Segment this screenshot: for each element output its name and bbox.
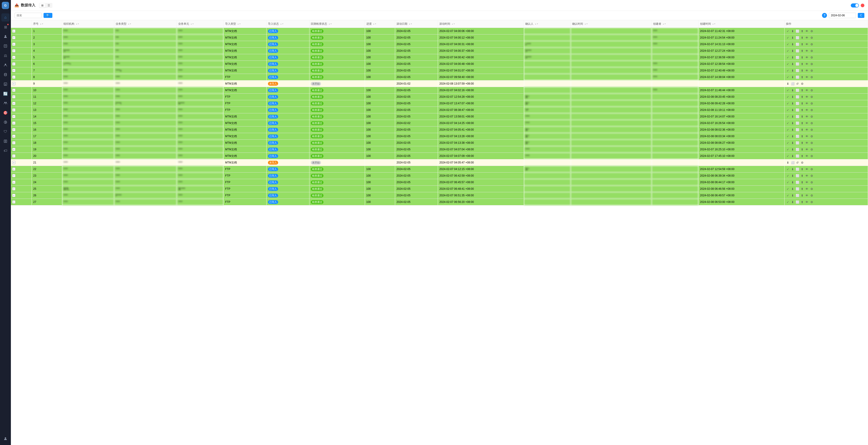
sidebar-item-report[interactable] <box>1 80 9 88</box>
settings-action[interactable]: ⚙ <box>810 75 814 79</box>
copy-action[interactable]: ⬜ <box>796 180 800 184</box>
download-action[interactable]: ⬇ <box>786 82 790 86</box>
check-action[interactable]: ✓ <box>786 101 790 105</box>
check-action[interactable]: ✓ <box>786 134 790 138</box>
check-action[interactable]: ✓ <box>786 55 790 59</box>
view-action[interactable]: 👁 <box>805 180 809 184</box>
upload-action[interactable]: ⬆ <box>800 141 804 145</box>
copy-action[interactable]: ⬜ <box>796 68 800 72</box>
col-import-type[interactable]: 导入类型 ▲▼ <box>224 20 267 28</box>
copy-action[interactable]: ⬜ <box>796 154 800 158</box>
upload-action[interactable]: ⬆ <box>800 200 804 204</box>
settings-action[interactable]: ⚙ <box>810 68 814 72</box>
settings-action[interactable]: ⚙ <box>800 82 804 86</box>
view-action[interactable]: 👁 <box>805 49 809 53</box>
refresh-action[interactable]: ↺ <box>796 82 800 86</box>
view-action[interactable]: 👁 <box>805 95 809 99</box>
expand-btn[interactable]: + <box>12 161 16 164</box>
download-action[interactable]: ⬇ <box>791 55 795 59</box>
expand-btn[interactable]: + <box>12 43 16 46</box>
sidebar-item-team[interactable] <box>1 99 9 107</box>
settings-action[interactable]: ⚙ <box>810 187 814 191</box>
settings-action[interactable]: ⚙ <box>810 200 814 204</box>
settings-action[interactable]: ⚙ <box>810 141 814 145</box>
expand-btn[interactable]: + <box>12 95 16 98</box>
copy-action[interactable]: ⬜ <box>796 167 800 171</box>
settings-action[interactable]: ⚙ <box>810 115 814 119</box>
download-action[interactable]: ⬇ <box>791 193 795 197</box>
upload-action[interactable]: ⬆ <box>800 128 804 132</box>
sidebar-item-scale[interactable]: ⚖ <box>1 52 9 60</box>
download-action[interactable]: ⬇ <box>786 160 790 165</box>
sidebar-item-tag[interactable]: 🏷 <box>1 147 9 155</box>
expand-btn[interactable]: + <box>12 154 16 158</box>
download-action[interactable]: ⬇ <box>791 134 795 138</box>
settings-action[interactable]: ⚙ <box>810 101 814 105</box>
upload-action[interactable]: ⬆ <box>800 42 804 46</box>
check-action[interactable]: ✓ <box>786 154 790 158</box>
copy-action[interactable]: ⬜ <box>796 36 800 40</box>
download-action[interactable]: ⬇ <box>791 42 795 46</box>
check-action[interactable]: ✓ <box>786 121 790 125</box>
toggle-switch[interactable] <box>851 3 859 7</box>
upload-action[interactable]: ⬆ <box>800 154 804 158</box>
refresh-button[interactable]: C <box>858 13 864 18</box>
copy-action[interactable]: ⬜ <box>796 55 800 59</box>
check-action[interactable]: ✓ <box>786 115 790 119</box>
copy-action[interactable]: ⬜ <box>796 115 800 119</box>
copy-action[interactable]: ⬜ <box>796 95 800 99</box>
upload-action[interactable]: ⬆ <box>800 29 804 33</box>
col-biz-type[interactable]: 业务类型 ▲▼ <box>114 20 177 28</box>
sidebar-item-shield[interactable]: 🛡 <box>1 128 9 136</box>
copy-action[interactable]: ⬜ <box>791 82 795 86</box>
copy-action[interactable]: ⬜ <box>796 29 800 33</box>
settings-action[interactable]: ⚙ <box>810 180 814 184</box>
col-scroll-date[interactable]: 滚动日期 ▲▼ <box>395 20 438 28</box>
check-action[interactable]: ✓ <box>786 68 790 72</box>
refresh-action[interactable]: ↺ <box>796 160 800 165</box>
view-action[interactable]: 👁 <box>805 200 809 204</box>
copy-action[interactable]: ⬜ <box>796 42 800 46</box>
view-action[interactable]: 👁 <box>805 108 809 112</box>
settings-action[interactable]: ⚙ <box>810 95 814 99</box>
view-action[interactable]: 👁 <box>805 88 809 92</box>
settings-action[interactable]: ⚙ <box>810 108 814 112</box>
download-action[interactable]: ⬇ <box>791 187 795 191</box>
sidebar-item-flow[interactable]: 🔄 <box>1 90 9 98</box>
upload-action[interactable]: ⬆ <box>800 49 804 53</box>
sidebar-item-database[interactable] <box>1 70 9 79</box>
upload-action[interactable]: ⬆ <box>800 115 804 119</box>
sidebar-item-target[interactable]: 🎯 <box>1 108 9 117</box>
settings-action[interactable]: ⚙ <box>810 29 814 33</box>
col-check-status[interactable]: 回测检查状态 ▲▼ <box>309 20 365 28</box>
settings-action[interactable]: ⚙ <box>810 193 814 197</box>
view-action[interactable]: 👁 <box>805 187 809 191</box>
upload-action[interactable]: ⬆ <box>800 75 804 79</box>
copy-action[interactable]: ⬜ <box>796 62 800 66</box>
download-action[interactable]: ⬇ <box>791 121 795 125</box>
copy-action[interactable]: ⬜ <box>796 88 800 92</box>
copy-action[interactable]: ⬜ <box>796 75 800 79</box>
download-action[interactable]: ⬇ <box>791 95 795 99</box>
download-action[interactable]: ⬇ <box>791 154 795 158</box>
settings-action[interactable]: ⚙ <box>810 62 814 66</box>
help-button[interactable]: ? <box>822 13 827 18</box>
copy-action[interactable]: ⬜ <box>796 108 800 112</box>
view-action[interactable]: 👁 <box>805 141 809 145</box>
download-action[interactable]: ⬇ <box>791 49 795 53</box>
view-action[interactable]: 👁 <box>805 128 809 132</box>
settings-action[interactable]: ⚙ <box>810 121 814 125</box>
download-action[interactable]: ⬇ <box>791 128 795 132</box>
expand-btn[interactable]: + <box>12 102 16 105</box>
settings-action[interactable]: ⚙ <box>810 173 814 178</box>
upload-action[interactable]: ⬆ <box>800 167 804 171</box>
check-action[interactable]: ✓ <box>786 200 790 204</box>
download-action[interactable]: ⬇ <box>791 88 795 92</box>
upload-action[interactable]: ⬆ <box>800 95 804 99</box>
settings-action[interactable]: ⚙ <box>810 128 814 132</box>
view-action[interactable]: 👁 <box>805 36 809 40</box>
search-button[interactable]: 🔍 <box>43 13 52 18</box>
download-action[interactable]: ⬇ <box>791 75 795 79</box>
view-action[interactable]: 👁 <box>805 115 809 119</box>
upload-action[interactable]: ⬆ <box>800 68 804 72</box>
